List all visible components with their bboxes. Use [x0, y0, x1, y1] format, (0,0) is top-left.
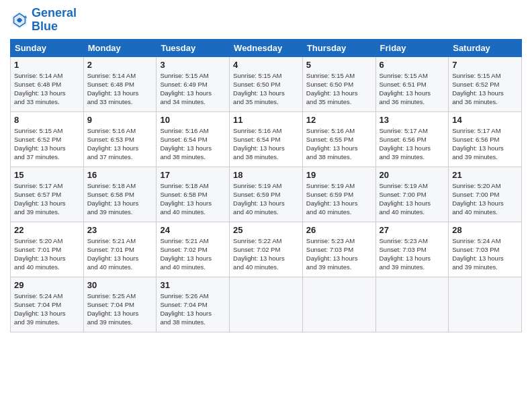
header-saturday: Saturday — [449, 39, 522, 56]
day-number: 3 — [160, 60, 226, 70]
calendar-cell — [449, 277, 522, 332]
day-info: Sunrise: 5:19 AM Sunset: 6:59 PM Dayligh… — [306, 181, 372, 217]
day-number: 15 — [14, 170, 80, 180]
calendar-cell: 27Sunrise: 5:23 AM Sunset: 7:03 PM Dayli… — [375, 222, 449, 277]
day-info: Sunrise: 5:24 AM Sunset: 7:04 PM Dayligh… — [14, 291, 80, 327]
logo: General Blue — [10, 7, 77, 34]
day-info: Sunrise: 5:21 AM Sunset: 7:02 PM Dayligh… — [160, 236, 226, 272]
calendar-cell: 9Sunrise: 5:16 AM Sunset: 6:53 PM Daylig… — [83, 111, 157, 167]
days-header-row: Sunday Monday Tuesday Wednesday Thursday… — [11, 39, 522, 56]
calendar-cell: 28Sunrise: 5:24 AM Sunset: 7:03 PM Dayli… — [449, 222, 522, 277]
day-number: 4 — [233, 60, 299, 70]
day-number: 28 — [452, 225, 518, 235]
day-number: 8 — [14, 115, 80, 125]
calendar-cell: 14Sunrise: 5:17 AM Sunset: 6:56 PM Dayli… — [449, 111, 522, 167]
calendar-cell: 26Sunrise: 5:23 AM Sunset: 7:03 PM Dayli… — [302, 222, 375, 277]
day-info: Sunrise: 5:24 AM Sunset: 7:03 PM Dayligh… — [452, 236, 518, 272]
day-info: Sunrise: 5:19 AM Sunset: 7:00 PM Dayligh… — [380, 181, 445, 217]
calendar-cell: 25Sunrise: 5:22 AM Sunset: 7:02 PM Dayli… — [230, 222, 303, 277]
day-info: Sunrise: 5:17 AM Sunset: 6:56 PM Dayligh… — [452, 126, 518, 162]
day-number: 16 — [87, 170, 153, 180]
main-container: General Blue Sunday Monday Tuesday Wedne… — [0, 0, 532, 411]
day-number: 10 — [160, 115, 226, 125]
day-number: 18 — [233, 170, 299, 180]
header-thursday: Thursday — [302, 39, 375, 56]
day-info: Sunrise: 5:23 AM Sunset: 7:03 PM Dayligh… — [380, 236, 445, 272]
day-info: Sunrise: 5:22 AM Sunset: 7:02 PM Dayligh… — [233, 236, 299, 272]
calendar-cell: 8Sunrise: 5:15 AM Sunset: 6:52 PM Daylig… — [11, 111, 84, 167]
calendar-cell: 18Sunrise: 5:19 AM Sunset: 6:59 PM Dayli… — [230, 167, 303, 222]
calendar-cell: 1Sunrise: 5:14 AM Sunset: 6:48 PM Daylig… — [11, 56, 84, 111]
calendar-cell — [375, 277, 449, 332]
day-info: Sunrise: 5:16 AM Sunset: 6:54 PM Dayligh… — [160, 126, 226, 162]
day-info: Sunrise: 5:15 AM Sunset: 6:49 PM Dayligh… — [160, 71, 226, 107]
day-number: 29 — [14, 280, 80, 290]
day-info: Sunrise: 5:15 AM Sunset: 6:52 PM Dayligh… — [452, 71, 518, 107]
day-number: 11 — [233, 115, 299, 125]
calendar-week-3: 15Sunrise: 5:17 AM Sunset: 6:57 PM Dayli… — [11, 167, 522, 222]
header-tuesday: Tuesday — [157, 39, 230, 56]
day-info: Sunrise: 5:15 AM Sunset: 6:50 PM Dayligh… — [233, 71, 299, 107]
calendar-cell: 21Sunrise: 5:20 AM Sunset: 7:00 PM Dayli… — [449, 167, 522, 222]
day-info: Sunrise: 5:15 AM Sunset: 6:50 PM Dayligh… — [306, 71, 372, 107]
day-number: 6 — [380, 60, 445, 70]
day-number: 1 — [14, 60, 80, 70]
day-info: Sunrise: 5:20 AM Sunset: 7:01 PM Dayligh… — [14, 236, 80, 272]
header-friday: Friday — [375, 39, 449, 56]
calendar-cell: 4Sunrise: 5:15 AM Sunset: 6:50 PM Daylig… — [230, 56, 303, 111]
day-number: 24 — [160, 225, 226, 235]
logo-text: General Blue — [32, 7, 77, 34]
calendar-cell: 2Sunrise: 5:14 AM Sunset: 6:48 PM Daylig… — [83, 56, 157, 111]
calendar-cell: 20Sunrise: 5:19 AM Sunset: 7:00 PM Dayli… — [375, 167, 449, 222]
day-info: Sunrise: 5:14 AM Sunset: 6:48 PM Dayligh… — [14, 71, 80, 107]
calendar-table: Sunday Monday Tuesday Wednesday Thursday… — [10, 39, 522, 332]
calendar-cell — [230, 277, 303, 332]
day-info: Sunrise: 5:16 AM Sunset: 6:54 PM Dayligh… — [233, 126, 299, 162]
calendar-week-5: 29Sunrise: 5:24 AM Sunset: 7:04 PM Dayli… — [11, 277, 522, 332]
header: General Blue — [10, 7, 522, 34]
calendar-week-2: 8Sunrise: 5:15 AM Sunset: 6:52 PM Daylig… — [11, 111, 522, 167]
calendar-cell: 17Sunrise: 5:18 AM Sunset: 6:58 PM Dayli… — [157, 167, 230, 222]
day-number: 12 — [306, 115, 372, 125]
day-number: 21 — [452, 170, 518, 180]
calendar-cell: 31Sunrise: 5:26 AM Sunset: 7:04 PM Dayli… — [157, 277, 230, 332]
day-number: 26 — [306, 225, 372, 235]
day-number: 27 — [380, 225, 445, 235]
calendar-cell: 7Sunrise: 5:15 AM Sunset: 6:52 PM Daylig… — [449, 56, 522, 111]
day-info: Sunrise: 5:26 AM Sunset: 7:04 PM Dayligh… — [160, 291, 226, 327]
header-monday: Monday — [83, 39, 157, 56]
day-number: 20 — [380, 170, 445, 180]
day-number: 13 — [380, 115, 445, 125]
day-number: 7 — [452, 60, 518, 70]
calendar-cell: 16Sunrise: 5:18 AM Sunset: 6:58 PM Dayli… — [83, 167, 157, 222]
day-number: 25 — [233, 225, 299, 235]
day-info: Sunrise: 5:23 AM Sunset: 7:03 PM Dayligh… — [306, 236, 372, 272]
day-number: 23 — [87, 225, 153, 235]
calendar-cell: 12Sunrise: 5:16 AM Sunset: 6:55 PM Dayli… — [302, 111, 375, 167]
day-info: Sunrise: 5:17 AM Sunset: 6:56 PM Dayligh… — [380, 126, 445, 162]
calendar-cell: 6Sunrise: 5:15 AM Sunset: 6:51 PM Daylig… — [375, 56, 449, 111]
day-number: 31 — [160, 280, 226, 290]
calendar-cell: 15Sunrise: 5:17 AM Sunset: 6:57 PM Dayli… — [11, 167, 84, 222]
calendar-cell: 19Sunrise: 5:19 AM Sunset: 6:59 PM Dayli… — [302, 167, 375, 222]
day-info: Sunrise: 5:16 AM Sunset: 6:55 PM Dayligh… — [306, 126, 372, 162]
day-info: Sunrise: 5:17 AM Sunset: 6:57 PM Dayligh… — [14, 181, 80, 217]
day-info: Sunrise: 5:25 AM Sunset: 7:04 PM Dayligh… — [87, 291, 153, 327]
day-number: 5 — [306, 60, 372, 70]
calendar-cell: 24Sunrise: 5:21 AM Sunset: 7:02 PM Dayli… — [157, 222, 230, 277]
header-wednesday: Wednesday — [230, 39, 303, 56]
calendar-cell: 11Sunrise: 5:16 AM Sunset: 6:54 PM Dayli… — [230, 111, 303, 167]
day-info: Sunrise: 5:16 AM Sunset: 6:53 PM Dayligh… — [87, 126, 153, 162]
day-number: 19 — [306, 170, 372, 180]
header-sunday: Sunday — [11, 39, 84, 56]
calendar-cell — [302, 277, 375, 332]
day-info: Sunrise: 5:21 AM Sunset: 7:01 PM Dayligh… — [87, 236, 153, 272]
calendar-cell: 13Sunrise: 5:17 AM Sunset: 6:56 PM Dayli… — [375, 111, 449, 167]
day-info: Sunrise: 5:14 AM Sunset: 6:48 PM Dayligh… — [87, 71, 153, 107]
day-number: 30 — [87, 280, 153, 290]
logo-icon — [10, 11, 29, 30]
day-number: 2 — [87, 60, 153, 70]
calendar-cell: 29Sunrise: 5:24 AM Sunset: 7:04 PM Dayli… — [11, 277, 84, 332]
day-info: Sunrise: 5:18 AM Sunset: 6:58 PM Dayligh… — [160, 181, 226, 217]
day-info: Sunrise: 5:20 AM Sunset: 7:00 PM Dayligh… — [452, 181, 518, 217]
